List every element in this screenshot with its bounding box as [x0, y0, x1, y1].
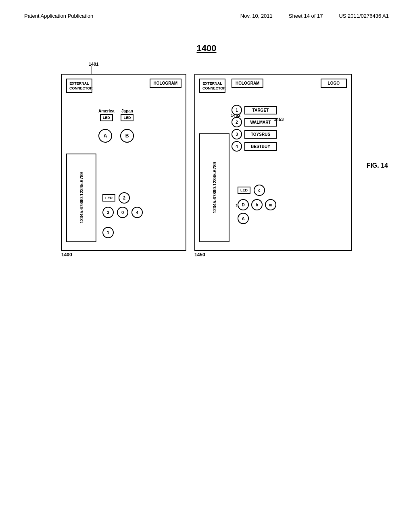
circle-1-area-left: 1 [102, 227, 114, 238]
circle-3-left[interactable]: 3 [102, 207, 114, 218]
num-4-right[interactable]: 4 [232, 141, 242, 152]
circle-b-right[interactable]: b [251, 199, 263, 210]
retailer-bestbuy: BESTBUY [244, 142, 277, 151]
barcode-left: 12345-67890-12345-6789 [66, 154, 96, 242]
retailer-target: TARGET [244, 106, 277, 114]
led-japan: Japan LED [121, 109, 133, 121]
left-diagram-container: 1401 EXTERNAL CONNECTOR HOLOGRAM America… [61, 74, 186, 258]
led-region-left: America LED Japan LED [98, 109, 133, 121]
header-publication: Patent Application Publication [24, 13, 93, 19]
ref-1450-label: 1450 [194, 252, 205, 258]
header-patent: US 2011/0276436 A1 [339, 13, 389, 19]
main-content: 1400 1401 EXTERNAL CONNECTOR HOLOGRAM [0, 19, 413, 258]
circle-d-right[interactable]: D [238, 199, 249, 210]
fig-14-label: FIG. 14 [367, 162, 388, 169]
bottom-led-right: LED c D b ш A [238, 185, 276, 224]
barcode-right: 12345-67890-12345-6789 [199, 133, 229, 242]
right-diagram-ref-area: 1450 [194, 252, 205, 258]
led-box-japan: LED [121, 114, 133, 121]
led-box-right: LED [238, 187, 250, 194]
logo-right: LOGO [321, 79, 347, 88]
left-diagram: EXTERNAL CONNECTOR HOLOGRAM America LED … [61, 74, 186, 251]
bottom-led-circles-left: LED 2 3 0 4 [102, 192, 143, 218]
ref-1401-line [92, 66, 92, 74]
hologram-left: HOLOGRAM [150, 79, 181, 88]
header-date: Nov. 10, 2011 [240, 13, 273, 19]
circle-a-right[interactable]: A [238, 213, 249, 224]
figure-title: 1400 [197, 43, 217, 54]
page-header: Patent Application Publication Nov. 10, … [0, 0, 413, 19]
diagrams-row: 1401 EXTERNAL CONNECTOR HOLOGRAM America… [61, 74, 352, 258]
led-america: America LED [98, 109, 114, 121]
left-diagram-ref-area: 1400 [61, 252, 72, 258]
external-connector-right: EXTERNAL CONNECTOR [199, 79, 225, 93]
num-3-right[interactable]: 3 [232, 129, 242, 139]
led-box-3: LED [102, 194, 115, 202]
right-diagram: EXTERNAL CONNECTOR HOLOGRAM LOGO 1453 1 … [194, 74, 352, 251]
ref-1401: 1401 [89, 62, 98, 66]
circle-0-left[interactable]: 0 [117, 207, 128, 218]
circle-1-left[interactable]: 1 [102, 227, 114, 238]
circle-b-left[interactable]: B [120, 129, 134, 143]
led-box-america: LED [100, 114, 113, 121]
circle-2-left[interactable]: 2 [119, 192, 130, 204]
circles-ab-left: A B [98, 129, 134, 143]
circle-a-left[interactable]: A [98, 129, 112, 143]
hologram-right: HOLOGRAM [232, 79, 263, 88]
retailer-toysrus: TOYSRUS [244, 130, 277, 139]
circle-c-right[interactable]: c [254, 185, 265, 196]
ref-1400-label: 1400 [61, 252, 72, 258]
retailer-row-3: 3 TOYSRUS [232, 129, 277, 139]
circle-4-left[interactable]: 4 [131, 207, 143, 218]
ref-1452: 1452 [231, 113, 240, 118]
retailer-row-2: 2 WALMART [232, 117, 277, 127]
circle-e-right[interactable]: ш [265, 199, 276, 210]
header-sheet: Sheet 14 of 17 [289, 13, 323, 19]
external-connector-left: EXTERNAL CONNECTOR [66, 79, 92, 93]
num-2-right[interactable]: 2 [232, 117, 242, 127]
retailer-row-4: 4 BESTBUY [232, 141, 277, 152]
retailer-boxes: 1 TARGET 2 WALMART 3 TOYSRUS 4 BESTBUY [232, 105, 277, 152]
right-diagram-container: EXTERNAL CONNECTOR HOLOGRAM LOGO 1453 1 … [194, 74, 352, 258]
retailer-walmart: WALMART [244, 118, 277, 127]
